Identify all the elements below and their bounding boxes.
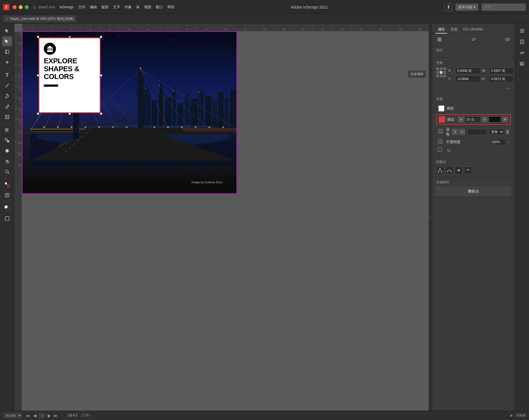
grid-dot[interactable] — [443, 71, 446, 74]
fx-label[interactable]: fx. — [446, 147, 453, 154]
grid-dot[interactable] — [436, 75, 439, 77]
tool-page[interactable] — [2, 47, 12, 57]
tool-zoom[interactable] — [2, 167, 12, 177]
transform-reference-grid[interactable] — [436, 67, 446, 77]
tool-direct-select[interactable] — [2, 36, 12, 46]
fill-row[interactable]: 填色 — [436, 104, 511, 113]
stroke-row[interactable]: 描边 ∨ ∧ ▾ — [436, 114, 511, 125]
color-swatch-tool[interactable] — [2, 203, 12, 213]
pages-icon[interactable] — [517, 37, 527, 47]
first-page-btn[interactable]: ⏮ — [25, 413, 31, 418]
selected-frame[interactable]: EXPLORE SHAPES & COLORS — [39, 37, 101, 113]
delete-point-button[interactable]: 删除点 — [436, 187, 511, 196]
stroke-size-up-btn[interactable]: ∧ — [482, 116, 488, 122]
stroke-size-input[interactable] — [465, 116, 481, 122]
x-input[interactable] — [455, 67, 480, 74]
panel-collapse-strip[interactable]: » — [429, 24, 432, 411]
traffic-light-yellow[interactable] — [19, 5, 23, 9]
tool-preview[interactable] — [2, 214, 12, 223]
fill-color-swatch[interactable] — [438, 105, 444, 111]
grid-dot[interactable] — [440, 71, 442, 74]
traffic-light-green[interactable] — [25, 5, 29, 9]
last-page-btn[interactable]: ⏭ — [53, 413, 58, 418]
corner-style-select[interactable]: 直角 圆角 斜角 — [489, 129, 504, 135]
menu-help[interactable]: 帮助 — [167, 5, 174, 10]
tool-text-frame[interactable]: T — [2, 190, 12, 200]
tool-rectangle-frame[interactable] — [2, 112, 12, 122]
tab-cc-libraries[interactable]: CC Libraries — [461, 26, 485, 34]
h-input[interactable] — [489, 76, 514, 82]
chain-icon-btn[interactable] — [504, 36, 511, 43]
corner-down-btn[interactable]: ∨ — [459, 129, 465, 135]
next-page-btn[interactable]: ▶ — [46, 413, 52, 418]
tool-pencil[interactable] — [2, 102, 12, 111]
stroke-color-swatch[interactable] — [439, 116, 445, 122]
menu-file[interactable]: 文件 — [78, 5, 85, 10]
convert-btn-3[interactable] — [455, 167, 463, 174]
menu-object[interactable]: 对象 — [125, 5, 132, 10]
stroke-size-down-btn[interactable]: ∨ — [458, 116, 464, 122]
zoom-select[interactable]: 43.31% 50% 100% — [3, 413, 22, 418]
tool-scissors[interactable] — [2, 125, 12, 135]
text-wrap-icon[interactable] — [517, 59, 527, 69]
grid-dot[interactable] — [440, 67, 442, 70]
y-label: Y: — [448, 77, 454, 81]
stroke-color-dropdown[interactable]: ▾ — [502, 116, 508, 122]
tool-line[interactable] — [2, 81, 12, 91]
properties-icon[interactable] — [517, 26, 527, 36]
tab-pages[interactable]: 页面 — [448, 26, 460, 34]
page-number-input[interactable] — [39, 413, 45, 418]
search-input[interactable] — [482, 4, 526, 11]
share-button[interactable]: ⬆ — [444, 3, 452, 11]
grid-dot[interactable] — [443, 75, 446, 77]
grid-dot[interactable] — [436, 71, 439, 74]
menu-window[interactable]: 窗口 — [156, 5, 163, 10]
menu-table[interactable]: 表 — [136, 5, 140, 10]
home-icon[interactable]: ⌂ — [33, 4, 36, 10]
menu-view[interactable]: 视图 — [144, 5, 151, 10]
convert-btn-1[interactable] — [436, 167, 444, 174]
menu-text[interactable]: 文字 — [113, 5, 120, 10]
menu-bar: zmac2.com InDesign 文件 编辑 版面 文字 对象 表 视图 窗… — [38, 5, 174, 10]
zoom-control[interactable]: 43.31% 50% 100% — [3, 413, 22, 418]
tool-frame-swap[interactable] — [2, 180, 12, 190]
tool-type[interactable]: T — [2, 70, 12, 80]
w-input[interactable] — [489, 67, 514, 74]
opacity-arrow-btn[interactable]: › — [508, 140, 509, 144]
layers-icon-btn[interactable] — [436, 36, 443, 43]
opacity-input[interactable] — [490, 139, 506, 145]
convert-btn-4[interactable] — [464, 167, 472, 174]
y-input[interactable] — [455, 76, 480, 82]
tab-close-button[interactable]: × — [6, 17, 8, 21]
tab-properties[interactable]: 属性 — [436, 26, 447, 34]
svg-point-77 — [43, 126, 45, 128]
document-tab[interactable]: × *Apply_color.indd @ 43% [GPU 预览] [转换] — [3, 15, 76, 22]
tool-select-arrow[interactable] — [2, 26, 12, 36]
menu-indesign[interactable]: InDesign — [60, 5, 74, 9]
fill-label: 填色 — [447, 106, 509, 111]
stroke-color-picker[interactable] — [489, 116, 501, 122]
convert-btn-2[interactable] — [446, 167, 453, 174]
corner-up-btn[interactable]: ∧ — [452, 129, 458, 135]
text-wrap-panel[interactable]: 文本绕排 — [408, 70, 426, 78]
links-icon-btn[interactable] — [470, 36, 477, 43]
links-icon[interactable] — [517, 48, 527, 58]
corner-size-input[interactable] — [467, 129, 487, 135]
corner-dropdown-btn[interactable]: ▾ — [506, 129, 509, 135]
prev-page-btn[interactable]: ◀ — [32, 413, 37, 418]
tool-transform[interactable] — [2, 135, 12, 145]
traffic-light-red[interactable] — [13, 5, 17, 9]
grid-dot[interactable] — [436, 67, 439, 70]
workspace-selector[interactable]: 基本功能 ▾ — [455, 4, 478, 11]
tool-hand[interactable] — [2, 156, 12, 166]
more-options-btn[interactable]: ⋯ — [506, 85, 511, 91]
grid-dot[interactable] — [440, 75, 442, 77]
tool-pen[interactable] — [2, 91, 12, 101]
grid-dot[interactable] — [443, 67, 446, 70]
menu-edit[interactable]: 编辑 — [90, 5, 97, 10]
menu-layout[interactable]: 版面 — [101, 5, 109, 10]
canvas-area[interactable]: 0 1 2 3 4 5 6 7 8 9 10 11 12 13 14 15 16… — [14, 24, 429, 411]
tool-gradient[interactable] — [2, 146, 12, 156]
tool-gap[interactable] — [2, 57, 12, 67]
svg-rect-118 — [520, 32, 524, 32]
